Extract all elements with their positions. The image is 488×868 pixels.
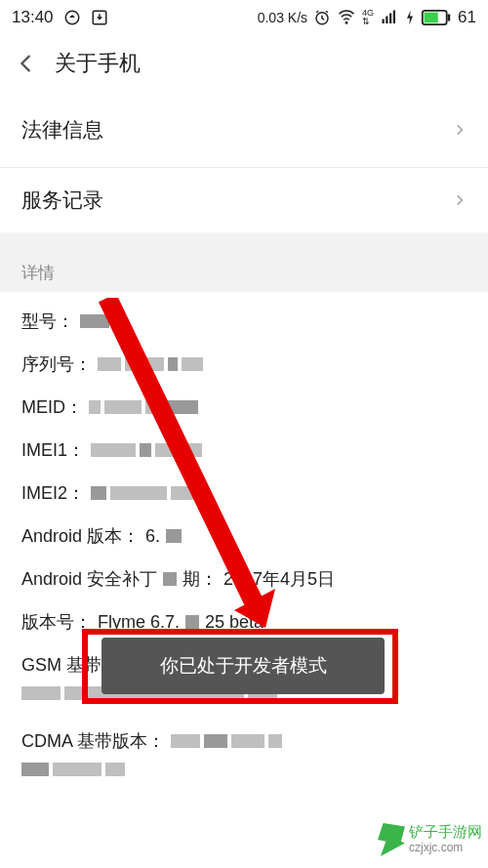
row-legal[interactable]: 法律信息 <box>0 92 488 168</box>
detail-android-version: Android 版本：6. <box>21 515 467 558</box>
detail-meid: MEID： <box>21 386 467 429</box>
svg-rect-9 <box>425 13 438 23</box>
wifi-icon <box>337 9 356 26</box>
download-icon <box>91 9 108 26</box>
status-battery: 61 <box>458 8 476 27</box>
watermark-logo-icon <box>378 823 405 856</box>
charge-icon <box>405 9 415 26</box>
svg-rect-3 <box>383 20 385 24</box>
watermark: 铲子手游网czjxjc.com <box>378 823 482 856</box>
detail-model: 型号： <box>21 300 467 343</box>
header: 关于手机 <box>0 35 488 92</box>
row-label: 法律信息 <box>21 116 103 144</box>
back-icon[interactable] <box>16 53 37 74</box>
battery-icon <box>421 10 452 25</box>
row-service[interactable]: 服务记录 <box>0 168 488 244</box>
sync-icon <box>63 9 81 26</box>
detail-serial: 序列号： <box>21 343 467 386</box>
chevron-right-icon <box>453 189 467 211</box>
svg-rect-8 <box>448 14 451 21</box>
detail-cdma-baseband: CDMA 基带版本： <box>21 720 467 763</box>
status-time: 13:40 <box>12 8 54 27</box>
detail-imei2: IMEI2： <box>21 472 467 515</box>
svg-rect-4 <box>386 17 387 24</box>
signal-icon <box>380 9 399 26</box>
chevron-right-icon <box>453 119 467 141</box>
status-bar: 13:40 0.03 K/s 4G⇅ 61 <box>0 0 488 35</box>
row-label: 服务记录 <box>21 186 103 214</box>
detail-imei1: IMEI1： <box>21 429 467 472</box>
status-speed: 0.03 K/s <box>258 10 307 25</box>
svg-rect-6 <box>393 11 395 24</box>
header-title: 关于手机 <box>55 49 141 78</box>
svg-rect-5 <box>389 14 391 24</box>
alarm-icon <box>313 9 331 26</box>
detail-security-patch: Android 安全补丁期：2017年4月5日 <box>21 558 467 600</box>
section-details: 详情 <box>0 244 488 292</box>
highlight-box <box>82 629 398 704</box>
detail-cdma-baseband-2 <box>21 763 467 776</box>
